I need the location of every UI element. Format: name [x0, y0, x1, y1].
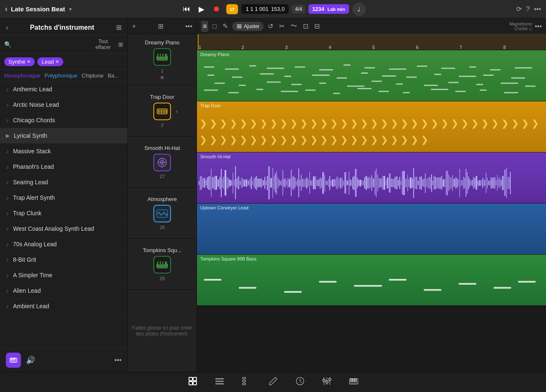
more-icon[interactable]: •••	[534, 5, 541, 13]
bottom-mixer-button[interactable]	[322, 376, 332, 389]
timeline-more-button[interactable]: •••	[535, 23, 542, 30]
bottom-settings-button[interactable]	[241, 376, 251, 389]
track-instrument-4[interactable]	[153, 205, 171, 222]
search-input[interactable]	[15, 41, 88, 48]
list-item[interactable]: ♪ Searing Lead	[0, 175, 127, 190]
filter-polyphonique[interactable]: Polyphonique	[44, 72, 78, 79]
svg-rect-32	[158, 262, 160, 265]
adjust-button[interactable]: Ajuster	[232, 22, 264, 31]
list-item[interactable]: ♪ Anthemic Lead	[0, 82, 127, 97]
track-instrument-5[interactable]	[153, 256, 171, 273]
dropdown-arrow-icon[interactable]: ▾	[69, 6, 72, 12]
sidebar-options-button[interactable]: ⊞	[116, 23, 122, 31]
copy-track-button[interactable]: ⊞	[158, 22, 163, 30]
svg-rect-11	[165, 54, 167, 58]
list-item[interactable]: ♪ Chicago Chords	[0, 113, 127, 128]
track-clip-5[interactable]: Tompkins Square 808 Bass	[197, 255, 546, 305]
loop-button[interactable]: ⇄	[226, 4, 238, 14]
filter-monophonique[interactable]: Monophonique	[4, 72, 40, 79]
list-item[interactable]: ♪ Trap Clunk	[0, 206, 127, 221]
tag-synthe-remove[interactable]: ✕	[27, 59, 31, 64]
svg-rect-101	[193, 382, 197, 385]
list-item[interactable]: ♪ Arctic Noise Lead	[0, 97, 127, 113]
svg-rect-26	[157, 210, 168, 217]
bottom-clock-button[interactable]	[295, 376, 305, 389]
track-instrument-3[interactable]	[153, 154, 171, 171]
list-item[interactable]: ♪ A Simpler Time	[0, 268, 127, 283]
bottom-library-button[interactable]	[188, 376, 198, 389]
copy-btn[interactable]: ⊟	[313, 21, 321, 32]
list-item[interactable]: ♪ Pharaoh's Lead	[0, 159, 127, 175]
music-note-icon: ♪	[6, 241, 9, 248]
sidebar-back-button[interactable]: ‹	[6, 24, 8, 31]
tag-lead-remove[interactable]: ✕	[55, 59, 59, 64]
volume-icon[interactable]: 🔊	[26, 356, 35, 365]
track-clip-3[interactable]: Smooth Hi-Hat	[197, 152, 546, 203]
track-instrument-1[interactable]	[153, 48, 171, 66]
main-container: ‹ Patchs d'instrument ⊞ 🔍 Tout effacer ⊞…	[0, 18, 546, 372]
arrow-pattern: ❯ ❯ ❯ ❯ ❯ ❯ ❯ ❯ ❯ ❯ ❯ ❯	[197, 111, 546, 152]
metronome-button[interactable]: ♩	[352, 3, 366, 16]
keyboard-button[interactable]	[6, 353, 21, 368]
svg-rect-5	[13, 358, 13, 361]
svg-rect-70	[424, 85, 437, 86]
loop-btn[interactable]: ↺	[266, 21, 275, 32]
list-item-lyrical[interactable]: ▶ Lyrical Synth	[0, 128, 127, 144]
track-clip-4[interactable]: Uptown Conveyor Lead	[197, 204, 546, 254]
svg-rect-61	[511, 77, 525, 79]
svg-rect-95	[459, 283, 476, 285]
svg-rect-18	[163, 110, 165, 113]
transport-controls: ⏮ ▶ ⏺ ⇄ 1 1 1 001 153,0 4/4 1234 Lab min…	[180, 3, 365, 16]
filter-icon[interactable]: ⊞	[118, 41, 123, 48]
rewind-button[interactable]: ⏮	[180, 3, 193, 15]
svg-rect-66	[319, 83, 326, 84]
list-item[interactable]: ♪ 8-Bit Grit	[0, 252, 127, 268]
track-instrument-2[interactable]	[153, 103, 171, 120]
track-row-4: Uptown Conveyor Lead	[197, 204, 546, 255]
svg-rect-40	[319, 69, 333, 70]
pencil-view-button[interactable]: ✎	[221, 21, 230, 32]
add-track-button[interactable]: +	[132, 23, 136, 30]
svg-rect-122	[354, 379, 355, 382]
list-item[interactable]: ♪ Ambient Lead	[0, 299, 127, 314]
bottom-piano-button[interactable]	[349, 376, 359, 389]
svg-rect-45	[441, 67, 455, 69]
filter-ba[interactable]: Ba...	[108, 72, 119, 79]
list-item[interactable]: ♪ Trap Alert Synth	[0, 190, 127, 206]
list-item[interactable]: ♪ Alien Lead	[0, 283, 127, 299]
track-expand-2[interactable]: ›	[176, 108, 178, 114]
music-note-icon: ♪	[6, 225, 9, 232]
record-button[interactable]: ⏺	[210, 3, 223, 15]
single-view-button[interactable]: □	[211, 21, 218, 32]
list-item[interactable]: ♪ 70s Analog Lead	[0, 237, 127, 252]
track-clip-1[interactable]: Dreamy Piano	[197, 50, 546, 101]
track-clip-2[interactable]: Trap Door ❯ ❯ ❯ ❯ ❯ ❯ ❯ ❯ ❯	[197, 101, 546, 152]
list-item[interactable]: ♪ West Coast Analog Synth Lead	[0, 221, 127, 237]
help-icon[interactable]: ?	[526, 5, 530, 13]
grid-btn[interactable]: ⊡	[301, 21, 310, 32]
bottom-tracks-button[interactable]	[215, 376, 225, 389]
svg-rect-51	[260, 73, 274, 75]
list-item[interactable]: ♪ Massive Stack	[0, 144, 127, 159]
scissors-btn[interactable]: ✂	[277, 21, 286, 32]
play-button[interactable]: ▶	[196, 3, 207, 15]
list-view-button[interactable]: ≡	[201, 21, 208, 32]
back-button[interactable]: ‹	[5, 5, 8, 13]
project-name: Late Session Beat	[11, 5, 65, 13]
track-header-tompkins: Tompkins Squ...	[128, 239, 197, 290]
tracks-scroll[interactable]: Dreamy Piano	[197, 50, 546, 372]
drop-hint: Faites glisser ici pour créer des pistes…	[128, 290, 197, 372]
waveform-btn[interactable]: 〜	[289, 20, 299, 32]
top-bar: ‹ Late Session Beat ▾ ⏮ ▶ ⏺ ⇄ 1 1 1 001 …	[0, 0, 546, 18]
track-more-button[interactable]: •••	[185, 23, 192, 30]
track-header-smooth-hihat: Smooth Hi-Hat 27	[128, 137, 197, 188]
svg-rect-54	[336, 77, 347, 79]
svg-rect-98	[189, 377, 192, 381]
clear-search-button[interactable]: Tout effacer	[91, 39, 115, 50]
share-icon[interactable]: ⟳	[516, 5, 522, 13]
sidebar-more-icon[interactable]: •••	[114, 356, 122, 364]
track-name-4: Atmosphere	[147, 196, 177, 202]
bottom-pencil-button[interactable]	[268, 376, 278, 389]
svg-rect-12	[158, 54, 160, 57]
filter-chiptune[interactable]: Chiptune	[82, 72, 104, 79]
